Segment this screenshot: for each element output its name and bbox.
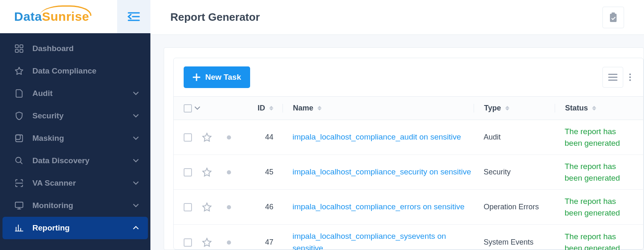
clipboard-button[interactable] [602, 7, 624, 28]
row-status: The report has been generated [555, 161, 633, 184]
nav-label: VA Scanner [32, 179, 133, 188]
row-type: System Events [474, 238, 555, 247]
sidebar-item-security[interactable]: Security [0, 105, 150, 127]
column-id[interactable]: ID [242, 104, 283, 113]
nav-label: Reporting [32, 223, 133, 233]
sidebar-item-data-compliance[interactable]: Data Compliance [0, 60, 150, 82]
mask-icon [14, 133, 24, 143]
select-all-checkbox[interactable] [184, 104, 192, 113]
nav-label: Monitoring [32, 201, 133, 210]
nav-label: Security [32, 111, 133, 120]
status-dot [227, 135, 231, 140]
row-checkbox[interactable] [184, 133, 192, 142]
nav-label: Audit [32, 89, 133, 98]
new-task-button[interactable]: New Task [184, 66, 250, 88]
favorite-button[interactable] [202, 238, 212, 248]
row-name-link[interactable]: impala_localhost_compliance_audit on sen… [293, 131, 461, 143]
row-status: The report has been generated [555, 196, 633, 218]
favorite-button[interactable] [202, 167, 212, 177]
svg-point-11 [629, 76, 631, 78]
table-header: ID Name Type Status [174, 97, 643, 120]
file-icon [14, 88, 24, 98]
row-name-link[interactable]: impala_localhost_compliance_security on … [293, 166, 471, 178]
table-row: 47impala_localhost_compliance_sysevents … [174, 225, 643, 250]
favorite-button[interactable] [202, 132, 212, 142]
row-checkbox[interactable] [184, 203, 192, 211]
chevron-down-icon [133, 158, 139, 164]
row-id: 45 [242, 168, 283, 176]
dots-icon [629, 73, 631, 81]
status-dot [227, 240, 231, 245]
sidebar-item-audit[interactable]: Audit [0, 82, 150, 105]
nav-label: Masking [32, 134, 133, 143]
row-name-link[interactable]: impala_localhost_compliance_errors on se… [293, 201, 465, 213]
sidebar-item-reporting[interactable]: Reporting [2, 217, 148, 239]
chart-icon [14, 223, 24, 233]
sort-icon [317, 106, 322, 110]
chevron-up-icon [133, 225, 139, 231]
dashboard-icon [14, 44, 24, 54]
scan-icon [14, 178, 24, 188]
chevron-down-icon [133, 113, 139, 119]
nav-label: Data Discovery [32, 156, 133, 165]
monitor-icon [14, 201, 24, 211]
column-type[interactable]: Type [474, 104, 555, 113]
list-view-button[interactable] [602, 67, 623, 88]
row-id: 46 [242, 203, 283, 211]
row-status: The report has been generated [555, 126, 633, 149]
sidebar-item-masking[interactable]: Masking [0, 127, 150, 150]
table-row: 46impala_localhost_compliance_errors on … [174, 190, 643, 225]
sort-icon [592, 106, 596, 110]
row-type: Audit [474, 133, 555, 142]
table-row: 45impala_localhost_compliance_security o… [174, 155, 643, 190]
column-name[interactable]: Name [283, 104, 474, 113]
sidebar-item-dashboard[interactable]: Dashboard [0, 37, 150, 60]
table-row: 44impala_localhost_compliance_audit on s… [174, 120, 643, 155]
sidebar-item-va-scanner[interactable]: VA Scanner [0, 172, 150, 194]
sidebar-item-monitoring[interactable]: Monitoring [0, 194, 150, 217]
logo: DataSunrise [0, 10, 117, 24]
row-type: Security [474, 168, 555, 176]
clipboard-icon [609, 12, 617, 22]
hamburger-icon [608, 74, 617, 81]
star-icon [14, 66, 24, 76]
collapse-icon [128, 12, 140, 22]
svg-point-10 [629, 74, 631, 75]
row-name-link[interactable]: impala_localhost_compliance_sysevents on… [293, 230, 474, 250]
row-checkbox[interactable] [184, 238, 192, 247]
row-status: The report has been generated [555, 231, 633, 250]
new-task-label: New Task [205, 73, 241, 82]
row-type: Operation Errors [474, 203, 555, 211]
logo-part2: Sunrise [42, 10, 89, 23]
svg-point-12 [629, 79, 631, 81]
sort-icon [269, 106, 273, 110]
svg-rect-4 [612, 12, 615, 15]
row-id: 44 [242, 133, 283, 142]
sidebar-item-data-discovery[interactable]: Data Discovery [0, 150, 150, 172]
topbar: Report Generator [150, 0, 644, 35]
more-actions-button[interactable] [626, 67, 634, 88]
sort-icon [505, 106, 509, 110]
status-dot [227, 205, 231, 209]
plus-icon [193, 74, 200, 81]
column-status[interactable]: Status [555, 104, 633, 113]
chevron-down-icon [133, 180, 139, 186]
chevron-down-icon [133, 203, 139, 208]
svg-rect-3 [610, 14, 617, 22]
chevron-down-icon [133, 91, 139, 96]
row-id: 47 [242, 238, 283, 247]
nav-label: Data Compliance [32, 66, 139, 76]
sidebar: DataSunrise DashboardData ComplianceAudi… [0, 0, 150, 250]
nav-label: Dashboard [32, 44, 139, 53]
page-title: Report Generator [170, 11, 602, 24]
logo-part1: Data [14, 10, 42, 23]
row-checkbox[interactable] [184, 168, 192, 176]
search-icon [14, 156, 24, 166]
chevron-down-icon [133, 135, 139, 141]
shield-icon [14, 111, 24, 121]
status-dot [227, 170, 231, 174]
chevron-down-icon[interactable] [194, 106, 200, 110]
favorite-button[interactable] [202, 202, 212, 212]
sidebar-collapse-button[interactable] [117, 0, 150, 33]
